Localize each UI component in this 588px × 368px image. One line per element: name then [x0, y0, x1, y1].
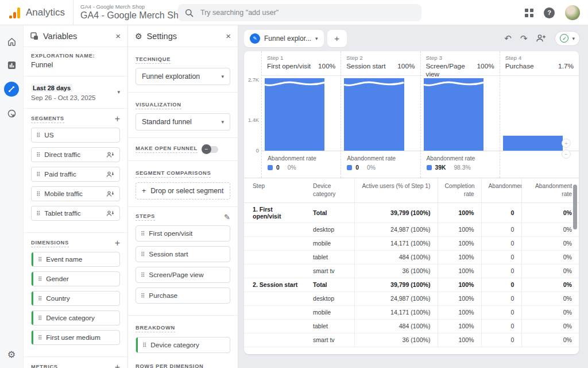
segment-chip[interactable]: ⠿ Direct traffic	[31, 147, 120, 162]
technique-select[interactable]: Funnel exploration ▾	[136, 68, 230, 85]
cell-completion-rate: 100%	[438, 292, 481, 305]
segment-chip[interactable]: ⠿ Mobile traffic	[31, 186, 120, 201]
zoom-out-button[interactable]: −	[562, 150, 571, 159]
cell-step: 2. Session start	[244, 278, 306, 292]
property-switcher[interactable]: GA4 - Google Merch Shop GA4 - Google Mer…	[80, 4, 189, 21]
funnel-bar[interactable]	[503, 136, 563, 151]
dimension-chip[interactable]: ⠿ Gender	[31, 271, 120, 286]
redo-icon[interactable]: ↷	[520, 34, 528, 43]
undo-icon[interactable]: ↶	[504, 34, 512, 43]
breakdown-label: BREAKDOWN	[136, 325, 175, 332]
cell-abandonments: 0	[481, 305, 521, 319]
abandonment-label: Abandonment rate	[347, 155, 420, 162]
tab-funnel-exploration[interactable]: ✎ Funnel explor... ▾	[244, 30, 324, 47]
breakdown-value: Device category	[150, 341, 199, 349]
drag-handle-icon[interactable]: ⠿	[36, 210, 40, 217]
make-open-funnel-toggle[interactable]: −	[203, 146, 218, 153]
table-scrollbar-thumb[interactable]	[573, 185, 577, 229]
google-apps-icon[interactable]	[525, 9, 533, 17]
edit-steps-icon[interactable]: ✎	[224, 213, 230, 221]
close-variables-icon[interactable]: ×	[115, 31, 121, 41]
help-icon[interactable]: ?	[544, 7, 555, 18]
drag-handle-icon[interactable]: ⠿	[36, 152, 40, 158]
drag-handle-icon[interactable]: ⠿	[38, 256, 42, 263]
drag-handle-icon[interactable]: ⠿	[141, 293, 145, 299]
people-icon	[106, 171, 115, 178]
cell-device: smart tv	[306, 264, 354, 278]
drag-handle-icon[interactable]: ⠿	[38, 335, 42, 341]
drop-segment-target[interactable]: + Drop or select segment	[136, 182, 230, 200]
add-segment-button[interactable]: +	[115, 114, 120, 124]
drag-handle-icon[interactable]: ⠿	[38, 276, 42, 282]
drag-handle-icon[interactable]: ⠿	[141, 231, 145, 237]
step-label: First open/visit	[149, 229, 192, 237]
reports-icon[interactable]	[5, 58, 18, 72]
funnel-bar[interactable]	[344, 78, 404, 151]
step-name: Purchase	[505, 62, 534, 70]
dimension-chip[interactable]: ⠿ Country	[31, 291, 120, 306]
step-label: Session start	[149, 250, 188, 258]
admin-gear-icon[interactable]: ⚙	[0, 349, 23, 360]
visualization-select[interactable]: Standard funnel ▾	[136, 113, 230, 131]
add-tab-button[interactable]: +	[327, 30, 347, 47]
drag-handle-icon[interactable]: ⠿	[38, 296, 42, 302]
breakdown-chip[interactable]: ⠿ Device category	[136, 337, 230, 353]
cell-step	[244, 223, 306, 236]
funnel-bar[interactable]	[265, 78, 324, 151]
table-row: desktop 24,987 (100%) 100% 0 0%	[244, 223, 579, 236]
cell-device: desktop	[306, 292, 354, 305]
funnel-step-chip[interactable]: ⠿ Screen/Page view	[136, 267, 230, 283]
cell-step	[244, 250, 306, 264]
close-settings-icon[interactable]: ×	[226, 31, 231, 41]
step-rate: 100%	[318, 62, 335, 70]
funnel-bar[interactable]	[424, 78, 483, 151]
cell-abandonments: 0	[481, 319, 521, 333]
segment-comparisons-section: SEGMENT COMPARISONS + Drop or select seg…	[128, 161, 238, 207]
drag-handle-icon[interactable]: ⠿	[36, 132, 40, 139]
explore-icon-active[interactable]	[4, 82, 19, 97]
dimension-chip[interactable]: ⠿ Device category	[31, 310, 120, 325]
drag-handle-icon[interactable]: ⠿	[36, 191, 40, 197]
dimension-label: Gender	[46, 275, 68, 283]
analytics-logo-icon[interactable]	[9, 7, 20, 18]
home-icon[interactable]	[5, 34, 18, 48]
date-preset: Last 28 days	[31, 84, 72, 92]
saved-status-button[interactable]: ✓ ▾	[555, 31, 580, 46]
y-axis: 2.7K 1.4K 0	[244, 51, 261, 178]
drag-handle-icon[interactable]: ⠿	[141, 251, 145, 258]
dimension-chip[interactable]: ⠿ Event name	[31, 252, 120, 267]
drag-handle-icon[interactable]: ⠿	[142, 342, 146, 348]
cell-device: tablet	[306, 319, 354, 333]
funnel-step-chip[interactable]: ⠿ First open/visit	[136, 225, 230, 241]
share-add-user-icon[interactable]	[536, 34, 546, 43]
user-avatar[interactable]	[565, 5, 580, 20]
global-search[interactable]	[178, 4, 421, 21]
advertising-icon[interactable]	[5, 106, 18, 120]
table-row: smart tv 36 (100%) 100% 0 0%	[244, 264, 579, 278]
brand-name: Analytics	[26, 7, 65, 18]
cell-abandonments: 0	[481, 278, 521, 292]
segment-chip[interactable]: ⠿ Paid traffic	[31, 167, 120, 182]
visualization-label: VISUALIZATION	[136, 102, 181, 109]
drag-handle-icon[interactable]: ⠿	[141, 272, 145, 278]
segment-chip[interactable]: ⠿ Tablet traffic	[31, 206, 120, 221]
table-row: 1. First open/visit Total 39,799 (100%) …	[244, 202, 579, 223]
drag-handle-icon[interactable]: ⠿	[38, 315, 42, 321]
visualization-value: Standard funnel	[142, 118, 192, 126]
date-range-section[interactable]: Last 28 days Sep 26 - Oct 23, 2025 ▾	[24, 76, 127, 109]
table-row: desktop 24,987 (100%) 100% 0 0%	[244, 292, 579, 305]
exploration-name-input[interactable]: Funnel	[31, 61, 120, 69]
zoom-in-button[interactable]: +	[562, 139, 571, 148]
funnel-step-chip[interactable]: ⠿ Purchase	[136, 288, 230, 304]
funnel-step-chip[interactable]: ⠿ Session start	[136, 246, 230, 262]
drag-handle-icon[interactable]: ⠿	[36, 171, 40, 178]
search-input[interactable]	[199, 8, 415, 17]
segment-chip[interactable]: ⠿ US	[31, 128, 120, 143]
steps-label: STEPS	[136, 213, 155, 221]
dimension-chip[interactable]: ⠿ First user medium	[31, 330, 120, 345]
logo-bar-short	[13, 12, 16, 18]
legend-swatch	[427, 165, 432, 170]
technique-value: Funnel exploration	[142, 72, 200, 80]
add-dimension-button[interactable]: +	[115, 239, 120, 248]
add-metric-button[interactable]: +	[115, 363, 120, 368]
